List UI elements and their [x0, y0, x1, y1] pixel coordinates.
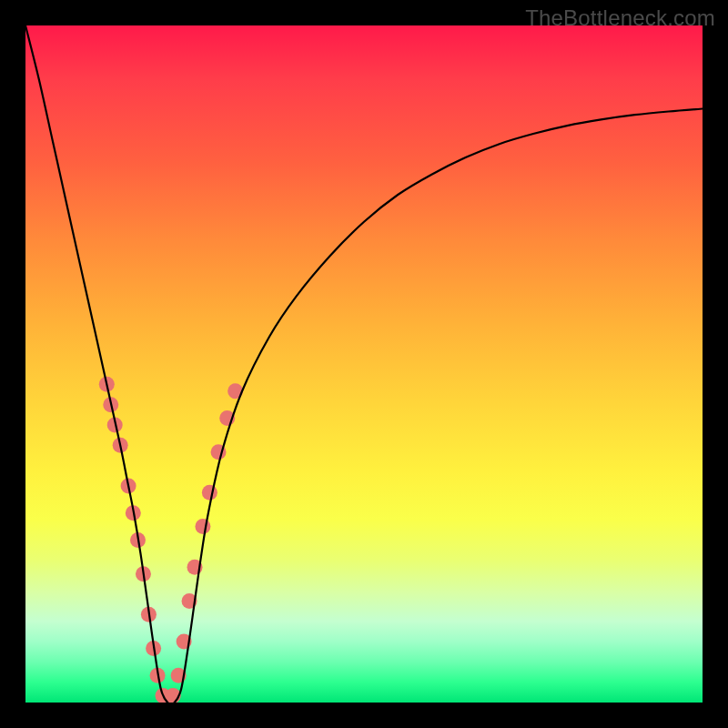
- chart-frame: TheBottleneck.com: [0, 0, 728, 728]
- chart-svg: [25, 25, 703, 703]
- watermark-text: TheBottleneck.com: [525, 5, 715, 31]
- highlight-point: [202, 485, 217, 500]
- highlight-point: [195, 519, 210, 534]
- highlight-points-group: [99, 377, 243, 703]
- plot-area: [25, 25, 703, 703]
- bottleneck-curve: [25, 25, 703, 703]
